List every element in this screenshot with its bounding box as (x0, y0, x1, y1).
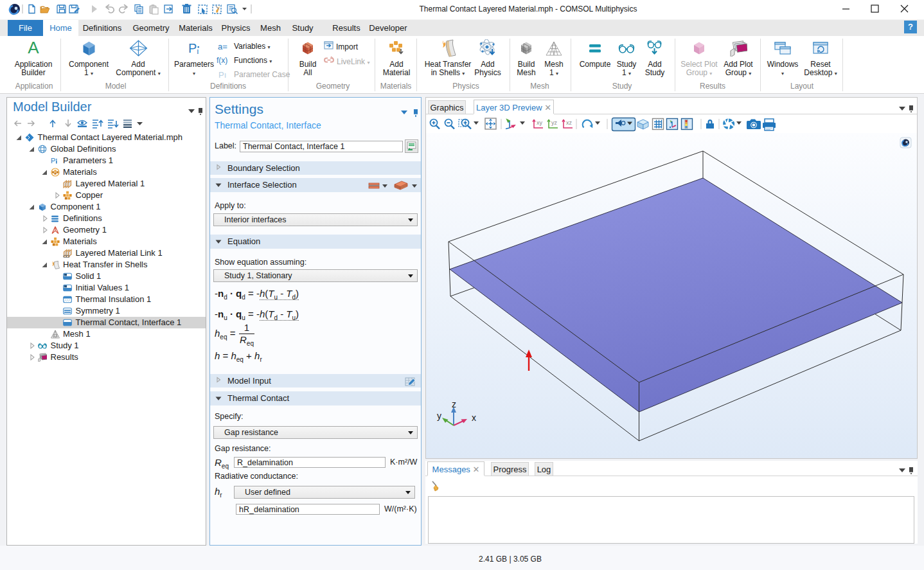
svg-text:P: P (188, 41, 197, 55)
svg-text:x: x (472, 413, 476, 423)
svg-text:y: y (437, 411, 441, 421)
svg-text:yz: yz (551, 120, 558, 126)
svg-text:A: A (28, 40, 39, 57)
svg-text:xy: xy (537, 120, 543, 126)
svg-text:z: z (452, 399, 456, 409)
svg-text:xz: xz (566, 120, 573, 126)
svg-text:P: P (51, 157, 55, 165)
